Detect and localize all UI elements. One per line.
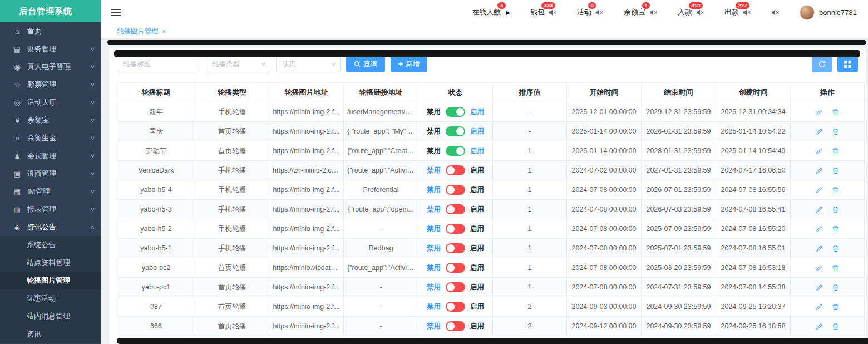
- speaker-mute-icon[interactable]: [649, 9, 658, 16]
- edit-button[interactable]: [816, 186, 823, 194]
- carousel-title-input[interactable]: [117, 56, 200, 72]
- chevron-down-icon: ∨: [90, 207, 95, 212]
- disable-link[interactable]: 禁用: [427, 224, 441, 234]
- delete-button[interactable]: [832, 206, 839, 213]
- disable-link[interactable]: 禁用: [427, 185, 441, 195]
- sidebar-subitem[interactable]: 站点资料管理: [0, 254, 101, 272]
- sidebar-item-finance[interactable]: ▤财务管理∨: [0, 40, 101, 58]
- status-toggle[interactable]: [446, 107, 465, 117]
- tab-close-icon[interactable]: ×: [162, 28, 166, 36]
- sidebar-subitem[interactable]: 资讯: [0, 325, 101, 343]
- delete-button[interactable]: [832, 245, 839, 252]
- status-toggle[interactable]: [446, 204, 465, 214]
- disable-link[interactable]: 禁用: [427, 283, 441, 292]
- sidebar-item-merchant[interactable]: ▣银商管理∨: [0, 165, 101, 183]
- sidebar-subitem[interactable]: 优惠活动: [0, 289, 101, 307]
- cell-type: 手机轮播: [195, 161, 269, 180]
- cell-image-url: https://minio-img-2.f...: [269, 239, 344, 258]
- edit-button[interactable]: [816, 303, 823, 311]
- refresh-button[interactable]: [812, 56, 832, 72]
- sidebar-subitem[interactable]: 轮播图片管理: [0, 272, 101, 289]
- cell-status: 禁用启用: [418, 161, 493, 180]
- delete-button[interactable]: [832, 264, 839, 272]
- edit-button[interactable]: [816, 225, 823, 233]
- horizontal-scrollbar[interactable]: [107, 40, 866, 45]
- sidebar-item-yuebao[interactable]: ¥余额宝∨: [0, 111, 101, 129]
- delete-button[interactable]: [832, 109, 839, 116]
- cell-image-url: https://minio-img-2.f...: [269, 102, 344, 122]
- edit-button[interactable]: [816, 128, 823, 135]
- status-toggle[interactable]: [446, 302, 465, 312]
- status-toggle[interactable]: [446, 224, 465, 234]
- sidebar-item-home[interactable]: ⌂首页: [0, 22, 101, 40]
- cell-title: 666: [117, 317, 195, 336]
- delete-button[interactable]: [832, 148, 839, 155]
- tab-carousel-management[interactable]: 轮播图片管理 ×: [117, 27, 166, 36]
- speaker-mute-icon[interactable]: [743, 9, 751, 16]
- disable-link[interactable]: 禁用: [427, 322, 441, 331]
- speaker-mute-icon[interactable]: [595, 9, 604, 16]
- sidebar-item-announce[interactable]: ◈资讯公告∧: [0, 218, 101, 236]
- edit-button[interactable]: [816, 323, 823, 330]
- speaker-mute-icon[interactable]: [549, 9, 557, 16]
- horizontal-scrollbar[interactable]: [114, 50, 860, 57]
- chevron-down-icon: ∨: [90, 135, 95, 141]
- status-toggle[interactable]: [446, 243, 465, 253]
- sidebar-item-lottery[interactable]: ☆彩票管理∨: [0, 76, 101, 94]
- delete-button[interactable]: [832, 128, 839, 135]
- status-toggle[interactable]: [446, 146, 465, 156]
- delete-button[interactable]: [832, 323, 839, 330]
- search-button[interactable]: 查询: [346, 56, 385, 72]
- disable-link[interactable]: 禁用: [427, 205, 441, 214]
- horizontal-scrollbar[interactable]: [117, 338, 868, 344]
- sidebar-subitem[interactable]: 系统公告: [0, 236, 101, 254]
- status-toggle[interactable]: [446, 263, 465, 273]
- user-menu[interactable]: bonnie7781: [800, 5, 857, 20]
- play-icon[interactable]: ▶: [506, 9, 510, 16]
- disable-link[interactable]: 禁用: [427, 302, 441, 312]
- delete-button[interactable]: [832, 284, 839, 291]
- sidebar-item-im[interactable]: ▦IM管理∨: [0, 183, 101, 200]
- sidebar-item-gold[interactable]: ¤余额生金∨: [0, 129, 101, 147]
- sidebar-subitem[interactable]: 站内消息管理: [0, 307, 101, 325]
- cell-type: 手机轮播: [195, 219, 269, 239]
- enable-link[interactable]: 启用: [470, 107, 484, 117]
- status-toggle[interactable]: [446, 321, 465, 331]
- disable-link[interactable]: 禁用: [427, 166, 441, 175]
- carousel-type-select[interactable]: 轮播类型 ∨: [206, 56, 270, 72]
- sidebar-item-report[interactable]: ▥报表管理∨: [0, 200, 101, 218]
- status-toggle[interactable]: [446, 165, 465, 175]
- sidebar-item-member[interactable]: ♟会员管理∨: [0, 147, 101, 165]
- status-toggle[interactable]: [446, 282, 465, 292]
- enable-link[interactable]: 启用: [470, 127, 484, 136]
- edit-button[interactable]: [816, 245, 823, 252]
- status-select[interactable]: 状态 ∨: [276, 56, 341, 72]
- delete-button[interactable]: [832, 186, 839, 194]
- disable-link[interactable]: 禁用: [427, 244, 441, 253]
- edit-button[interactable]: [816, 264, 823, 272]
- disable-link[interactable]: 禁用: [427, 263, 441, 273]
- edit-button[interactable]: [816, 284, 823, 291]
- edit-button[interactable]: [816, 109, 823, 116]
- delete-button[interactable]: [832, 303, 839, 311]
- column-settings-button[interactable]: [837, 56, 858, 72]
- cell-created-time: 2024-09-25 16:20:37: [716, 297, 791, 317]
- sidebar-item-casino[interactable]: ◉真人电子管理∨: [0, 58, 101, 76]
- delete-button[interactable]: [832, 225, 839, 233]
- edit-button[interactable]: [816, 167, 823, 174]
- cell-end-time: 2025-03-20 23:59:59: [642, 258, 716, 278]
- sidebar-item-label: 真人电子管理: [27, 62, 91, 72]
- enable-link[interactable]: 启用: [470, 146, 484, 156]
- edit-button[interactable]: [816, 148, 823, 155]
- status-toggle[interactable]: [446, 126, 465, 136]
- avatar[interactable]: [800, 5, 815, 20]
- hamburger-menu-icon[interactable]: [111, 9, 121, 16]
- cell-sort: 1: [493, 141, 567, 161]
- status-toggle[interactable]: [446, 185, 465, 195]
- delete-button[interactable]: [832, 167, 839, 174]
- add-button[interactable]: + 新增: [391, 56, 427, 72]
- speaker-mute-icon[interactable]: [771, 9, 780, 16]
- speaker-mute-icon[interactable]: [696, 9, 704, 16]
- sidebar-item-activity[interactable]: ◎活动大厅∨: [0, 94, 101, 111]
- edit-button[interactable]: [816, 206, 823, 213]
